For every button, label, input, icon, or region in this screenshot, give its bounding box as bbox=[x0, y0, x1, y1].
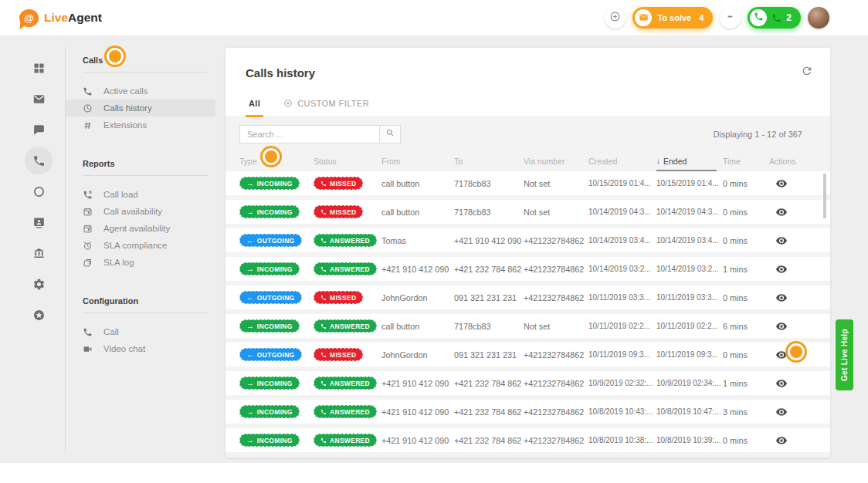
phone-icon bbox=[320, 352, 327, 358]
type-badge: →INCOMING bbox=[239, 319, 300, 333]
table-row: →INCOMINGANSWEREDcall button7178cb83Not … bbox=[225, 314, 830, 338]
nav-status[interactable] bbox=[25, 177, 53, 205]
via-number-cell: +421232784862 bbox=[524, 379, 588, 388]
scrollbar[interactable] bbox=[823, 174, 826, 218]
video-icon bbox=[83, 344, 93, 354]
refresh-button[interactable] bbox=[801, 65, 813, 79]
column-header-ended[interactable]: ↓Ended bbox=[656, 150, 717, 171]
nav-dashboard[interactable] bbox=[25, 54, 53, 82]
phone-icon bbox=[754, 12, 764, 24]
topbar-actions: To solve 4 2 bbox=[605, 7, 829, 29]
sidebar-item-sla-compliance[interactable]: SLA compliance bbox=[66, 237, 215, 254]
nav-calls[interactable] bbox=[25, 147, 53, 174]
sidebar-item-extensions[interactable]: Extensions bbox=[66, 117, 215, 133]
from-cell: +421 910 412 090 bbox=[381, 407, 454, 417]
get-live-help-button[interactable]: Get Live Help bbox=[836, 319, 853, 390]
column-header-created[interactable]: Created bbox=[588, 150, 656, 171]
nav-gamification[interactable] bbox=[25, 301, 53, 329]
active-call-button[interactable]: 2 bbox=[748, 7, 801, 29]
ended-cell: 10/8/2019 10:39:... bbox=[656, 436, 723, 444]
logo-text: LiveAgent bbox=[44, 11, 102, 25]
calendar-icon bbox=[83, 207, 93, 217]
sidebar-item-calls-history[interactable]: Calls history bbox=[66, 100, 215, 117]
time-cell: 0 mins bbox=[723, 236, 769, 245]
contacts-icon bbox=[32, 216, 46, 229]
pause-button[interactable] bbox=[720, 8, 741, 29]
envelope-icon bbox=[32, 93, 46, 106]
view-call-button[interactable] bbox=[775, 377, 788, 390]
column-header-to[interactable]: To bbox=[454, 150, 524, 171]
tab-all[interactable]: All bbox=[246, 91, 263, 117]
created-cell: 10/14/2019 03:2... bbox=[588, 265, 656, 273]
sidebar-item-video-chat[interactable]: Video chat bbox=[66, 340, 215, 357]
nav-knowledge-base[interactable] bbox=[25, 239, 53, 267]
ended-cell: 10/14/2019 04:3... bbox=[656, 208, 723, 216]
nav-settings[interactable] bbox=[25, 270, 53, 298]
nav-contacts[interactable] bbox=[25, 208, 53, 236]
calls-history-panel: Calls history AllCUSTOM FILTER Displayin… bbox=[225, 48, 830, 458]
view-call-button[interactable] bbox=[775, 177, 788, 190]
type-badge: ←OUTGOING bbox=[239, 291, 302, 304]
gear-icon bbox=[32, 278, 46, 291]
sidebar-item-call[interactable]: Call bbox=[66, 323, 215, 340]
type-badge: →INCOMING bbox=[239, 434, 300, 447]
nav-chats[interactable] bbox=[25, 116, 53, 144]
from-cell: JohnGordon bbox=[381, 293, 454, 302]
sidebar-item-call-availability[interactable]: Call availability bbox=[66, 203, 215, 220]
column-header-status[interactable]: Status bbox=[314, 150, 381, 171]
view-call-button[interactable] bbox=[775, 320, 788, 333]
created-cell: 10/11/2019 09:3... bbox=[588, 350, 656, 359]
add-button[interactable] bbox=[605, 8, 626, 29]
logo-live: Live bbox=[44, 11, 68, 24]
column-header-time[interactable]: Time bbox=[723, 150, 769, 171]
created-cell: 10/11/2019 03:3... bbox=[588, 293, 656, 302]
view-call-button[interactable] bbox=[775, 235, 788, 247]
sidebar-item-active-calls[interactable]: Active calls bbox=[66, 83, 215, 100]
view-call-button[interactable] bbox=[775, 206, 788, 218]
column-header-via-number[interactable]: Via number bbox=[524, 150, 588, 171]
view-call-button[interactable] bbox=[775, 406, 788, 418]
table-header: TypeStatusFromToVia numberCreated↓EndedT… bbox=[225, 150, 830, 171]
nav-tickets[interactable] bbox=[25, 85, 53, 113]
view-call-button[interactable] bbox=[775, 349, 788, 361]
sidebar-item-sla-log[interactable]: SLA log bbox=[66, 254, 215, 271]
phone-icon bbox=[320, 181, 327, 187]
time-cell: 0 mins bbox=[723, 179, 769, 188]
created-cell: 10/14/2019 04:3... bbox=[588, 208, 656, 216]
search-button[interactable] bbox=[380, 125, 401, 144]
phone-out-icon bbox=[83, 190, 93, 200]
created-cell: 10/9/2019 02:32:... bbox=[588, 379, 656, 387]
status-badge: ANSWERED bbox=[314, 377, 377, 390]
via-number-cell: +421232784862 bbox=[524, 407, 588, 417]
clock-icon bbox=[83, 103, 93, 113]
view-call-button[interactable] bbox=[775, 263, 788, 275]
status-badge: ANSWERED bbox=[314, 319, 377, 333]
from-cell: call button bbox=[381, 179, 454, 188]
phone-badge bbox=[750, 9, 767, 26]
time-cell: 6 mins bbox=[723, 322, 769, 331]
via-number-cell: +421232784862 bbox=[524, 436, 588, 445]
tab-custom-filter[interactable]: CUSTOM FILTER bbox=[280, 91, 372, 117]
view-call-button[interactable] bbox=[775, 434, 788, 447]
tabs: AllCUSTOM FILTER bbox=[246, 91, 372, 117]
column-header-actions[interactable]: Actions bbox=[769, 150, 830, 171]
liveagent-logo[interactable]: @ LiveAgent bbox=[19, 9, 102, 27]
table-row: ←OUTGOINGANSWEREDTomas+421 910 412 090+4… bbox=[225, 228, 830, 252]
grid-icon bbox=[32, 62, 46, 75]
to-solve-button[interactable]: To solve 4 bbox=[632, 7, 713, 29]
ended-cell: 10/11/2019 02:2... bbox=[656, 322, 723, 330]
table-row: ←OUTGOINGMISSEDJohnGordon091 321 231 231… bbox=[225, 285, 830, 309]
sidebar-item-agent-availability[interactable]: Agent availability bbox=[66, 220, 215, 237]
tab-label: All bbox=[249, 99, 260, 108]
search-input[interactable] bbox=[239, 125, 380, 144]
created-cell: 10/11/2019 02:2... bbox=[588, 322, 656, 330]
column-header-from[interactable]: From bbox=[381, 150, 454, 171]
ended-cell: 10/14/2019 03:4... bbox=[656, 236, 723, 245]
time-cell: 0 mins bbox=[723, 293, 769, 302]
sidebar-item-call-load[interactable]: Call load bbox=[66, 186, 215, 203]
to-solve-count: 4 bbox=[699, 13, 704, 22]
view-call-button[interactable] bbox=[775, 292, 788, 304]
table-body: →INCOMINGMISSEDcall button7178cb83Not se… bbox=[225, 171, 830, 458]
phone-icon bbox=[320, 295, 327, 301]
avatar[interactable] bbox=[808, 7, 829, 29]
